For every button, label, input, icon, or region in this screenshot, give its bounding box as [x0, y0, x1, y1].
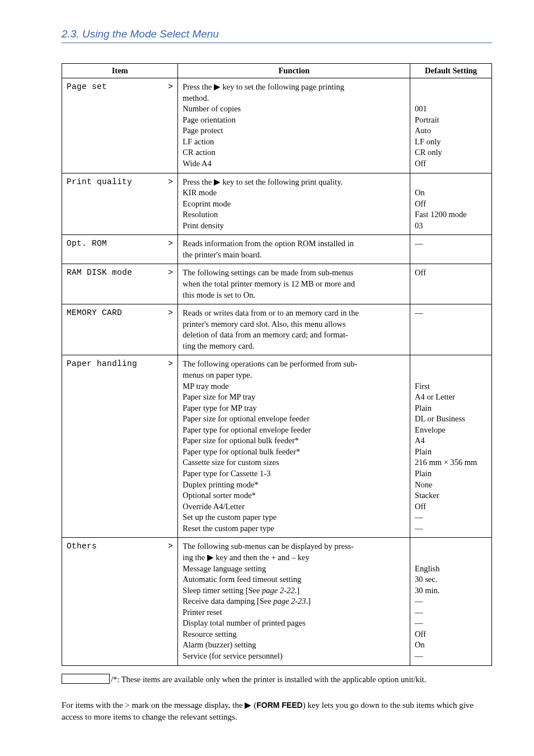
- function-cell: The following settings can be made from …: [178, 264, 410, 304]
- table-row: Paper handling>The following operations …: [62, 355, 492, 538]
- body-paragraph: For items with the > mark on the message…: [62, 699, 492, 723]
- item-cell: Print quality>: [62, 173, 178, 235]
- col-item: Item: [62, 64, 178, 78]
- default-cell: Off: [410, 264, 492, 304]
- table-row: Page set>Press the ▶ key to set the foll…: [62, 78, 492, 173]
- table-row: Print quality>Press the ▶ key to set the…: [62, 173, 492, 235]
- function-cell: Reads or writes data from or to an memor…: [178, 304, 410, 355]
- default-cell: —: [410, 304, 492, 355]
- section-header: 2.3. Using the Mode Select Menu: [62, 28, 492, 43]
- table-row: Opt. ROM>Reads information from the opti…: [62, 235, 492, 264]
- item-cell: MEMORY CARD>: [62, 304, 178, 355]
- item-cell: Paper handling>: [62, 355, 178, 538]
- default-cell: OnOffFast 1200 mode03: [410, 173, 492, 235]
- table-row: RAM DISK mode>The following settings can…: [62, 264, 492, 304]
- function-cell: The following sub-menus can be displayed…: [178, 538, 410, 665]
- default-cell: —: [410, 235, 492, 264]
- item-cell: Others>: [62, 538, 178, 665]
- default-cell: FirstA4 or LetterPlainDL or BusinessEnve…: [410, 355, 492, 538]
- table-row: Others>The following sub-menus can be di…: [62, 538, 492, 665]
- mode-select-table: Item Function Default Setting Page set>P…: [62, 63, 492, 666]
- function-cell: Press the ▶ key to set the following pag…: [178, 78, 410, 173]
- footnote: /*: These items are available only when …: [111, 674, 426, 685]
- function-cell: The following operations can be performe…: [178, 355, 410, 538]
- table-row: MEMORY CARD>Reads or writes data from or…: [62, 304, 492, 355]
- function-cell: Reads information from the option ROM in…: [178, 235, 410, 264]
- col-function: Function: [178, 64, 410, 78]
- item-cell: Page set>: [62, 78, 178, 173]
- col-default: Default Setting: [410, 64, 492, 78]
- note-box: [62, 674, 110, 684]
- function-cell: Press the ▶ key to set the following pri…: [178, 173, 410, 235]
- default-cell: 001PortraitAutoLF onlyCR onlyOff: [410, 78, 492, 173]
- item-cell: RAM DISK mode>: [62, 264, 178, 304]
- default-cell: English30 sec.30 min.———OffOn—: [410, 538, 492, 665]
- item-cell: Opt. ROM>: [62, 235, 178, 264]
